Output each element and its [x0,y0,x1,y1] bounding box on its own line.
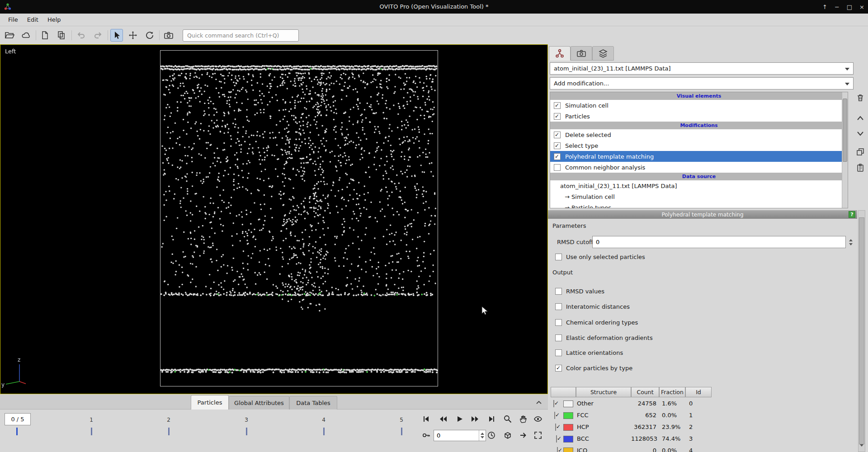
auto-key-mode-button[interactable] [420,429,432,441]
menu-file[interactable]: File [4,14,23,25]
timeline-tick[interactable] [168,428,170,435]
tab-pipeline[interactable] [549,46,571,61]
collapse-inspector-button[interactable] [533,398,544,407]
maximize-button[interactable]: □ [847,4,852,10]
spin-down-icon[interactable] [481,436,484,438]
spin-down-icon[interactable] [849,243,853,245]
render-active-viewport-button[interactable] [502,429,514,441]
zoom-tool-button[interactable] [502,413,514,425]
pipeline-item-source-particle-types[interactable]: → Particle types [550,202,848,208]
structure-table-header-id[interactable]: Id [685,387,712,397]
minimize-button[interactable]: − [835,4,840,10]
spin-up-icon[interactable] [481,433,484,435]
checkbox[interactable] [555,319,562,326]
pipeline-item-particles[interactable]: Particles [550,111,848,122]
rmsd-spinner[interactable] [847,236,854,248]
menu-help[interactable]: Help [43,14,66,25]
use-only-selected-checkbox-row[interactable]: Use only selected particles [555,252,645,261]
animation-settings-button[interactable] [486,429,497,441]
output-rmsd-values-row[interactable]: RMSD values [555,287,604,296]
checkbox[interactable] [555,254,562,260]
pan-tool-button[interactable] [517,413,529,425]
structure-row-checkbox[interactable] [557,447,558,452]
tab-particles[interactable]: Particles [191,395,229,410]
output-lattice-orientations-row[interactable]: Lattice orientations [555,348,623,357]
checkbox[interactable] [555,303,562,310]
structure-color-swatch[interactable] [563,436,573,443]
pipeline-item-simulation-cell[interactable]: Simulation cell [550,100,848,111]
output-elastic-deformation-row[interactable]: Elastic deformation gradients [555,333,653,342]
tab-render[interactable] [571,46,592,61]
viewport-visibility-button[interactable] [532,413,544,425]
undo-button[interactable] [75,29,87,42]
structure-row-checkbox[interactable] [555,424,556,431]
play-animation-button[interactable] [453,413,465,425]
pipeline-list-scrollbar[interactable] [842,92,848,208]
pipeline-item-polyhedral-template-matching[interactable]: Polyhedral template matching [550,151,848,162]
properties-scrollbar[interactable] [858,210,865,452]
structure-color-swatch[interactable] [563,424,573,431]
output-chemical-ordering-row[interactable]: Chemical ordering types [555,318,638,327]
timeline-tick[interactable] [401,428,402,435]
menu-edit[interactable]: Edit [23,14,43,25]
add-modification-dropdown[interactable]: Add modification... [550,77,854,89]
select-tool-button[interactable] [110,29,123,42]
help-button[interactable]: ? [849,211,855,218]
viewport-label[interactable]: Left [5,48,16,55]
rmsd-cutoff-input[interactable] [592,236,846,248]
checkbox[interactable] [555,288,562,295]
delete-modifier-button[interactable] [854,92,866,104]
make-independent-button[interactable] [854,146,866,158]
maximize-viewport-button[interactable] [532,429,544,441]
previous-frame-button[interactable] [437,413,449,425]
render-snapshot-button[interactable] [162,29,175,42]
checkbox[interactable] [554,102,561,109]
scroll-down-icon[interactable] [860,447,863,452]
duplicate-state-button[interactable] [55,29,68,42]
timeline-tick[interactable] [246,428,247,435]
checkbox[interactable] [554,132,561,138]
checkbox[interactable] [554,164,561,171]
timeline-current-frame-marker[interactable] [16,428,18,435]
save-state-button[interactable] [38,29,51,42]
checkbox[interactable] [555,349,562,356]
structure-table-header-fraction[interactable]: Fraction [659,387,685,397]
structure-table-header-structure[interactable]: Structure [576,387,631,397]
move-modifier-up-button[interactable] [854,112,866,124]
structure-row-checkbox[interactable] [554,412,555,419]
jump-to-end-button[interactable] [486,413,497,425]
tab-overlays[interactable] [592,46,614,61]
checkbox[interactable] [555,365,562,372]
checkbox[interactable] [555,334,562,341]
pipeline-item-source-file[interactable]: atom_initial_(23)_11.txt [LAMMPS Data] [550,180,848,191]
frame-number-input[interactable] [434,430,478,441]
modifier-templates-button[interactable] [854,162,866,174]
pipeline-item-source-simulation-cell[interactable]: → Simulation cell [550,191,848,202]
timeline-tick[interactable] [91,428,92,435]
scrollbar-thumb[interactable] [859,217,864,444]
move-tool-button[interactable] [127,29,139,42]
open-file-button[interactable] [3,29,16,42]
viewport-left[interactable]: Left [0,44,548,394]
pipeline-source-selector[interactable]: atom_initial_(23)_11.txt [LAMMPS Data] [550,62,854,75]
checkbox[interactable] [554,153,561,160]
tab-data-tables[interactable]: Data Tables [289,396,337,410]
structure-color-swatch[interactable] [563,412,573,419]
close-button[interactable]: × [859,4,864,10]
structure-row-checkbox[interactable] [556,435,557,443]
checkbox[interactable] [554,142,561,149]
jump-to-start-button[interactable] [420,413,432,425]
shade-window-button[interactable]: ↑ [822,4,827,10]
current-frame-spinbox[interactable]: 0 / 5 [5,413,31,425]
tab-global-attributes[interactable]: Global Attributes [229,396,289,410]
checkbox[interactable] [554,113,561,120]
redo-button[interactable] [92,29,104,42]
timeline-tick[interactable] [323,428,325,435]
pipeline-item-delete-selected[interactable]: Delete selected [550,129,848,140]
command-console-button[interactable] [517,429,529,441]
quick-command-search-input[interactable] [183,29,299,42]
spin-up-icon[interactable] [849,239,853,241]
output-color-particles-row[interactable]: Color particles by type [555,363,632,372]
move-modifier-down-button[interactable] [854,128,866,140]
output-interatomic-distances-row[interactable]: Interatomic distances [555,302,630,311]
